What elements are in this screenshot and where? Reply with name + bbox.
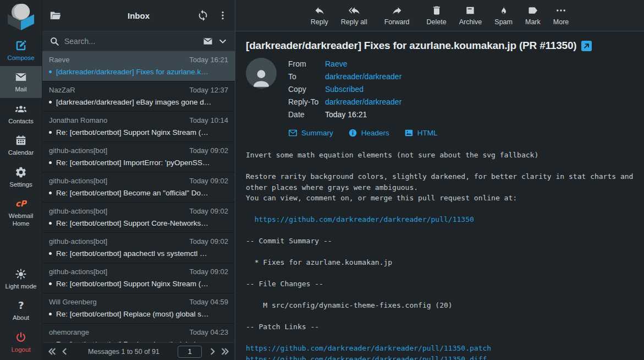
header-value: Today 16:21 (325, 108, 367, 121)
next-page-icon[interactable] (207, 346, 218, 357)
message-subject: Re: [certbot/certbot] Support Core-Netwo… (56, 219, 208, 227)
headers-view-link[interactable]: Headers (348, 128, 389, 138)
header-row: Reply-To darkreader/darkreader (288, 96, 401, 108)
power-icon (15, 331, 27, 343)
search-input[interactable] (64, 37, 198, 46)
toolbar-action-label: Archive (459, 18, 482, 26)
message-list-pane: Inbox Raeve Today 16:21 [dar (42, 0, 235, 360)
page-number-input[interactable] (178, 346, 202, 358)
sidebar-nav: Compose Mail Contacts Calendar (0, 35, 42, 232)
sidebar-item-settings[interactable]: Settings (0, 161, 42, 193)
sender-avatar (246, 58, 277, 89)
message-body: Invert some math equation elements (not … (246, 150, 634, 360)
sidebar-item-contacts[interactable]: Contacts (0, 98, 42, 129)
prev-page-icon[interactable] (59, 346, 70, 357)
message-sender: NazZaR (49, 86, 75, 94)
spam-button[interactable]: Spam (493, 5, 514, 26)
message-row[interactable]: github-actions[bot] Today 09:02 Re: [cer… (42, 172, 235, 203)
reply-all-button[interactable]: Reply all (340, 5, 368, 26)
message-row[interactable]: github-actions[bot] Today 09:02 Re: [cer… (42, 233, 235, 263)
view-action-label: Headers (361, 129, 389, 137)
body-line (246, 311, 634, 322)
chevron-down-icon[interactable] (218, 36, 228, 46)
sidebar-item-light-mode[interactable]: Light mode (0, 263, 42, 294)
body-line: You can view, comment on, or merge this … (246, 193, 634, 204)
reply-button[interactable]: Reply (310, 5, 329, 26)
message-row[interactable]: Raeve Today 16:21 [darkreader/darkreader… (42, 51, 235, 81)
message-sender: github-actions[bot] (49, 177, 107, 185)
last-page-icon[interactable] (220, 346, 230, 357)
header-value[interactable]: darkreader/darkreader (325, 70, 401, 83)
sidebar-item-webmail-home[interactable]: cP Webmail Home (0, 193, 42, 232)
header-value[interactable]: Subscribed (325, 83, 364, 96)
header-label: From (288, 58, 325, 70)
unread-bullet (49, 252, 52, 255)
reading-pane: Reply Reply all Forward Delet (235, 0, 644, 360)
svg-text:?: ? (18, 300, 24, 312)
external-link-icon[interactable] (581, 41, 592, 51)
archive-button[interactable]: Archive (458, 5, 483, 26)
message-toolbar: Reply Reply all Forward Delet (235, 0, 644, 31)
sidebar-item-calendar[interactable]: Calendar (0, 129, 42, 161)
message-headers: From Raeve To darkreader/darkreader Copy… (288, 58, 401, 121)
kebab-menu-icon[interactable] (218, 10, 228, 20)
message-row[interactable]: Will Greenberg Today 04:59 Re: [certbot/… (42, 293, 235, 324)
webmail-app: Compose Mail Contacts Calendar (0, 0, 644, 360)
message-row[interactable]: github-actions[bot] Today 09:02 Re: [cer… (42, 203, 235, 233)
unread-bullet (49, 131, 52, 134)
first-page-icon[interactable] (47, 346, 57, 357)
mark-button[interactable]: Mark (524, 5, 542, 26)
sidebar-item-label: Compose (7, 54, 34, 62)
header-value[interactable]: Raeve (325, 58, 347, 70)
body-line[interactable]: https://github.com/darkreader/darkreader… (246, 354, 634, 360)
archive-icon (465, 5, 476, 16)
message-sender: github-actions[bot] (49, 237, 107, 246)
cypht-logo[interactable] (5, 2, 37, 31)
more-button[interactable]: More (552, 5, 570, 26)
sidebar-item-label: Light mode (5, 282, 37, 290)
refresh-icon[interactable] (197, 9, 209, 21)
header-value[interactable]: darkreader/darkreader (325, 96, 401, 108)
toolbar-action-label: Delete (427, 18, 447, 26)
summary-view-link[interactable]: Summary (288, 128, 333, 138)
body-line[interactable]: https://github.com/darkreader/darkreader… (246, 343, 634, 354)
unread-bullet (49, 101, 52, 103)
svg-text:cP: cP (15, 199, 27, 209)
gear-icon (15, 166, 27, 178)
envelope-filter-icon[interactable] (203, 36, 213, 46)
sidebar-item-about[interactable]: ? About (0, 294, 42, 326)
sidebar-item-label: Webmail Home (1, 212, 41, 228)
message-time: Today 16:21 (189, 56, 228, 64)
sidebar-item-compose[interactable]: Compose (0, 35, 42, 66)
message-title: [darkreader/darkreader] Fixes for azurla… (246, 40, 576, 52)
sidebar-item-label: About (13, 314, 29, 321)
compose-icon (15, 40, 27, 52)
spam-icon (498, 5, 509, 16)
message-row[interactable]: Jonathan Romano Today 10:14 Re: [certbot… (42, 112, 235, 142)
body-line: Invert some math equation elements (not … (246, 150, 634, 161)
html-view-link[interactable]: HTML (404, 128, 438, 138)
body-line[interactable]: https://github.com/darkreader/darkreader… (246, 214, 634, 225)
unread-bullet (49, 192, 52, 194)
sidebar: Compose Mail Contacts Calendar (0, 0, 42, 360)
pagination-status: Messages 1 to 50 of 91 (72, 348, 175, 356)
message-row[interactable]: github-actions[bot] Today 09:02 Re: [cer… (42, 263, 235, 293)
message-time: Today 09:02 (189, 268, 228, 276)
message-time: Today 04:59 (189, 298, 228, 306)
message-subject: Re: [certbot/certbot] Replace (most) glo… (56, 310, 209, 318)
message-row[interactable]: NazZaR Today 12:37 [darkreader/darkreade… (42, 81, 235, 112)
sidebar-item-mail[interactable]: Mail (0, 66, 42, 97)
open-folder-icon[interactable] (49, 9, 62, 21)
toolbar-action-label: Forward (384, 18, 410, 26)
delete-button[interactable]: Delete (426, 5, 448, 26)
message-row[interactable]: github-actions[bot] Today 09:02 Re: [cer… (42, 142, 235, 172)
delete-icon (431, 5, 442, 16)
header-row: To darkreader/darkreader (288, 70, 401, 83)
message-row[interactable]: ohemorange Today 04:23 Re: [certbot/cert… (42, 324, 235, 342)
list-header: Inbox (42, 0, 235, 31)
view-action-label: Summary (301, 129, 333, 137)
header-row: Date Today 16:21 (288, 108, 401, 121)
body-line (246, 204, 634, 215)
forward-button[interactable]: Forward (383, 5, 411, 26)
sidebar-item-logout[interactable]: Logout (0, 326, 42, 358)
